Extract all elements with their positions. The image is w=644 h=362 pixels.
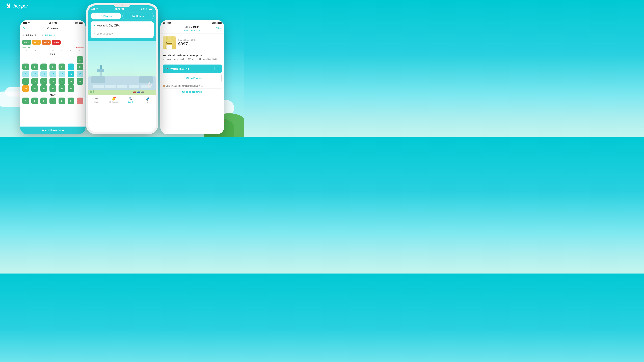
cal-day-28[interactable]: 28 bbox=[68, 85, 74, 92]
center-signal bbox=[92, 8, 98, 10]
cal-day-4[interactable]: 4 bbox=[40, 63, 47, 70]
car-1 bbox=[133, 91, 136, 93]
battery-fill bbox=[79, 22, 82, 24]
cal-day-9[interactable]: 9 bbox=[22, 71, 29, 77]
window-4 bbox=[129, 85, 139, 88]
cal-day-6[interactable]: 6 bbox=[58, 63, 65, 70]
clear-origin-button[interactable]: ✕ bbox=[148, 24, 151, 27]
cal-day-14[interactable]: 14 bbox=[68, 71, 74, 77]
cal-day-22[interactable]: 22 bbox=[77, 78, 83, 85]
day-t2: T bbox=[57, 50, 66, 51]
car-2 bbox=[137, 91, 140, 93]
left-signal bbox=[23, 22, 30, 24]
cal-day-11[interactable]: 11 bbox=[40, 71, 47, 77]
nav-trips[interactable]: 🧳 Trips bbox=[139, 96, 156, 104]
bunny-price-section: Current Lowest Price: $397 RT bbox=[160, 34, 224, 52]
cal-empty-1 bbox=[22, 56, 29, 63]
mar-day-1[interactable]: 1 bbox=[22, 97, 29, 104]
cal-day-10[interactable]: 10 bbox=[31, 71, 38, 77]
cal-day-1[interactable]: 1 bbox=[77, 56, 83, 63]
cal-day-26[interactable]: 26 bbox=[50, 85, 56, 92]
destination-row[interactable]: ✈ Where to fly? bbox=[90, 30, 154, 38]
origin-dot-icon bbox=[93, 25, 95, 26]
nav-search[interactable]: 🔍 Search bbox=[122, 96, 139, 104]
mar-day-2[interactable]: 2 bbox=[31, 97, 38, 104]
return-plane-icon: ✈ bbox=[42, 34, 44, 37]
cal-day-2[interactable]: 2 bbox=[22, 63, 29, 70]
nav-notification-label: Notification bbox=[110, 101, 118, 103]
price-row: $375+ $400+ $425+ $450+ bbox=[20, 39, 86, 46]
window-3 bbox=[117, 85, 128, 88]
left-battery: 100 bbox=[75, 22, 82, 24]
right-battery-pct: 100% bbox=[212, 22, 216, 24]
price-tag-dark-orange: $425+ bbox=[42, 40, 51, 44]
bottom-nav: 👓 Watch 🔔 Notification 🔍 Search 🧳 Trips bbox=[88, 95, 156, 104]
cal-day-8[interactable]: 8 bbox=[77, 63, 83, 70]
signal-bar-1 bbox=[23, 22, 24, 24]
cal-day-19[interactable]: 19 bbox=[50, 78, 56, 85]
departure-plane-icon: ✈ bbox=[23, 34, 25, 37]
cal-day-5[interactable]: 5 bbox=[50, 63, 56, 70]
hotels-tab[interactable]: 🛏 Hotels bbox=[122, 12, 154, 19]
flights-tab[interactable]: ✈ Flights bbox=[90, 12, 121, 19]
signal-bar-3 bbox=[25, 22, 26, 24]
cal-day-25[interactable]: 25 bbox=[40, 85, 47, 92]
good-deal-label: Good Deal bbox=[22, 46, 30, 48]
mar-day-6[interactable]: 6 bbox=[68, 97, 74, 104]
cal-day-12[interactable]: 12 bbox=[50, 71, 56, 77]
nav-watch[interactable]: 👓 Watch bbox=[88, 96, 105, 104]
feb-calendar: 1 2 3 4 5 6 7 8 9 10 11 12 13 14 15 16 1… bbox=[20, 56, 86, 92]
day-m: M bbox=[31, 50, 40, 51]
close-button[interactable]: ✕ bbox=[23, 26, 26, 31]
nav-notification[interactable]: 🔔 Notification bbox=[105, 96, 122, 104]
trips-icon: 🧳 bbox=[146, 97, 150, 101]
signal-bar-4 bbox=[26, 22, 27, 24]
day-w: W bbox=[48, 50, 57, 51]
cal-empty-5 bbox=[58, 56, 65, 63]
price-labels: Good Deal Expensive bbox=[20, 46, 86, 49]
left-time: 12:48 PM bbox=[49, 22, 57, 24]
hotels-icon: 🛏 bbox=[132, 14, 135, 17]
cal-day-15[interactable]: 15 bbox=[77, 71, 83, 77]
right-battery: 100% bbox=[209, 22, 222, 24]
mar-header: MAR bbox=[20, 92, 86, 97]
center-tab-bar: ✈ Flights 🛏 Hotels bbox=[88, 11, 156, 21]
watch-trip-button[interactable]: 👓 Watch This Trip ⬆ bbox=[163, 64, 222, 73]
center-time: 12:48 PM bbox=[115, 8, 124, 10]
price-label: Current Lowest Price: bbox=[178, 39, 198, 41]
cal-day-16[interactable]: 16 bbox=[22, 78, 29, 85]
cal-day-3[interactable]: 3 bbox=[31, 63, 38, 70]
hopper-rabbit-icon bbox=[5, 3, 12, 8]
ground bbox=[88, 90, 156, 95]
cal-day-20[interactable]: 20 bbox=[58, 78, 65, 85]
phone-camera-lens bbox=[122, 4, 123, 6]
mar-day-4[interactable]: 4 bbox=[50, 97, 56, 104]
search-card: New York City (JFK) ✕ ✈ Where to fly? bbox=[90, 21, 154, 38]
center-phone-inner: 12:48 PM 100% ✈ Flights 🛏 Hotels bbox=[88, 5, 156, 132]
cal-day-23[interactable]: 23 bbox=[22, 85, 29, 92]
cal-empty-2 bbox=[31, 56, 38, 63]
wifi-icon bbox=[28, 22, 30, 24]
choose-nonstop-button[interactable]: Choose Nonstop bbox=[163, 88, 222, 93]
origin-row[interactable]: New York City (JFK) ✕ bbox=[90, 21, 154, 30]
select-dates-button[interactable]: Select These Dates bbox=[20, 126, 86, 134]
cal-day-13[interactable]: 13 bbox=[58, 71, 65, 77]
cal-day-24[interactable]: 24 bbox=[31, 85, 38, 92]
cal-day-7[interactable]: 7 bbox=[68, 63, 74, 70]
mar-day-3[interactable]: 3 bbox=[40, 97, 47, 104]
cal-day-21[interactable]: 21 bbox=[68, 78, 74, 85]
cal-day-18[interactable]: 18 bbox=[40, 78, 47, 85]
expensive-label: Expensive bbox=[76, 46, 84, 48]
edit-dates-button[interactable]: ✎ bbox=[198, 29, 200, 32]
center-wifi-icon bbox=[96, 8, 98, 10]
mar-day-5[interactable]: 5 bbox=[58, 97, 65, 104]
person-2 bbox=[92, 91, 92, 93]
center-battery-icon bbox=[149, 8, 153, 10]
mar-day-7[interactable]: 7 bbox=[77, 97, 83, 104]
shop-flights-button[interactable]: ✈ Shop Flights bbox=[163, 74, 222, 82]
rec-description: You could save as much as $52 per ticket… bbox=[163, 58, 222, 61]
cal-day-17[interactable]: 17 bbox=[31, 78, 38, 85]
filters-button[interactable]: Filters bbox=[216, 27, 222, 29]
share-icon[interactable]: ⬆ bbox=[217, 67, 219, 70]
cal-day-27[interactable]: 27 bbox=[58, 85, 65, 92]
